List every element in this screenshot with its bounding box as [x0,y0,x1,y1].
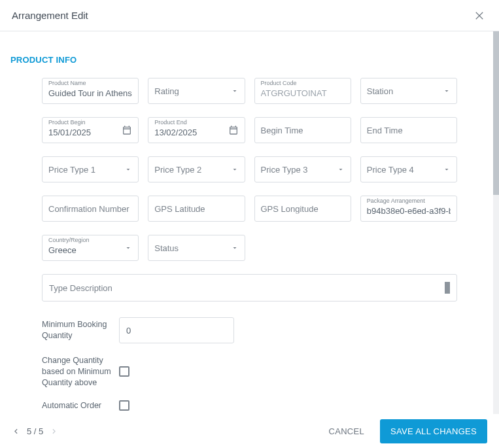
field-placeholder: Confirmation Number [48,204,129,214]
automatic-order-checkbox[interactable] [119,400,129,411]
option-label: Change Quantity based on Minimum Quantit… [42,355,119,388]
content: PRODUCT INFO Product Name Guided Tour in… [0,31,499,414]
dialog-body: PRODUCT INFO Product Name Guided Tour in… [0,31,499,414]
product-code-field: Product Code ATGRGUTOINAT [254,78,351,104]
field-placeholder: End Time [367,126,403,135]
min-booking-qty-row: Minimum Booking Quantity [42,317,457,343]
field-value: b94b38e0-e6ed-a3f9-bbee- [367,206,451,216]
field-value: Greece [48,245,77,255]
chevron-down-icon [231,87,239,95]
option-label: Minimum Booking Quantity [42,319,119,341]
gps-latitude-field[interactable]: GPS Latitude [148,196,245,222]
type-description-field[interactable]: Type Description [42,274,457,302]
dialog-footer: 5 / 5 CANCEL SAVE ALL CHANGES [0,414,499,448]
field-placeholder: Begin Time [261,126,303,135]
field-value: 15/01/2025 [48,128,91,137]
record-stepper: 5 / 5 [12,426,58,436]
step-total: 5 [39,426,43,436]
cancel-button[interactable]: CANCEL [324,421,368,441]
field-label: Product Begin [48,117,86,127]
chevron-down-icon [231,165,239,173]
options-section: Minimum Booking Quantity Change Quantity… [42,317,457,414]
chevron-down-icon [443,87,451,95]
change-qty-checkbox[interactable] [119,366,129,377]
chevron-down-icon [231,244,239,252]
automatic-order-row: Automatic Order [42,400,457,411]
field-label: Package Arrangement [367,196,425,205]
field-label: Product Code [261,78,297,88]
field-placeholder: GPS Latitude [154,204,205,214]
field-placeholder: Rating [154,86,179,96]
chevron-down-icon [124,244,132,252]
option-label: Automatic Order [42,400,119,411]
package-arrangement-field[interactable]: Package Arrangement b94b38e0-e6ed-a3f9-b… [360,196,457,222]
product-end-date[interactable]: Product End 13/02/2025 [148,117,245,143]
dialog-header: Arrangement Edit [0,0,499,31]
step-current: 5 [27,426,31,436]
close-button[interactable] [472,8,487,24]
close-icon [473,10,485,22]
chevron-down-icon [337,165,345,173]
begin-time-field[interactable]: Begin Time [254,117,351,143]
form-row: Product Name Guided Tour in Athens Ratin… [42,78,457,104]
field-placeholder: Price Type 2 [154,165,201,175]
vertical-scrollbar[interactable] [493,31,499,414]
status-select[interactable]: Status [148,235,245,261]
price-type-1-select[interactable]: Price Type 1 [42,156,139,182]
field-placeholder: Price Type 1 [48,165,95,175]
field-value: ATGRGUTOINAT [261,88,327,98]
form-row: Confirmation Number GPS Latitude GPS Lon… [42,196,457,222]
field-placeholder: Type Description [49,283,112,293]
min-booking-qty-input[interactable] [119,317,234,343]
field-value: 13/02/2025 [154,128,197,137]
stepper-counter: 5 / 5 [27,426,43,436]
rating-select[interactable]: Rating [148,78,245,104]
country-region-select[interactable]: Country/Region Greece [42,235,139,261]
price-type-4-select[interactable]: Price Type 4 [360,156,457,182]
price-type-2-select[interactable]: Price Type 2 [148,156,245,182]
stepper-prev[interactable] [12,427,20,436]
stepper-next[interactable] [50,427,58,436]
footer-actions: CANCEL SAVE ALL CHANGES [324,419,487,443]
chevron-down-icon [443,165,451,173]
arrangement-edit-dialog: Arrangement Edit PRODUCT INFO Product Na… [0,0,499,448]
form-row: Country/Region Greece Status [42,235,457,261]
drag-handle-icon[interactable] [445,282,450,294]
calendar-icon [228,125,239,135]
form-row: Price Type 1 Price Type 2 Price Type 3 P… [42,156,457,182]
price-type-3-select[interactable]: Price Type 3 [254,156,351,182]
field-label: Product End [154,117,187,127]
chevron-right-icon [50,427,58,436]
form-area: Product Name Guided Tour in Athens Ratin… [10,65,499,414]
station-select[interactable]: Station [360,78,457,104]
product-name-field[interactable]: Product Name Guided Tour in Athens [42,78,139,104]
confirmation-number-field[interactable]: Confirmation Number [42,196,139,222]
field-placeholder: Price Type 3 [261,165,308,175]
form-row: Product Begin 15/01/2025 Product End 13/… [42,117,457,143]
field-label: Product Name [48,78,86,88]
chevron-down-icon [124,165,132,173]
dialog-title: Arrangement Edit [12,10,88,21]
field-placeholder: Status [154,243,179,253]
chevron-left-icon [12,427,20,436]
scrollbar-thumb[interactable] [493,31,499,195]
end-time-field[interactable]: End Time [360,117,457,143]
product-begin-date[interactable]: Product Begin 15/01/2025 [42,117,139,143]
section-title-product-info: PRODUCT INFO [10,55,499,65]
gps-longitude-field[interactable]: GPS Longitude [254,196,351,222]
field-placeholder: GPS Longitude [261,204,318,214]
change-qty-row: Change Quantity based on Minimum Quantit… [42,355,457,388]
save-all-changes-button[interactable]: SAVE ALL CHANGES [380,419,487,443]
field-value: Guided Tour in Athens [48,88,132,98]
field-placeholder: Station [367,86,393,96]
field-placeholder: Price Type 4 [367,165,414,175]
field-label: Country/Region [48,235,90,245]
calendar-icon [122,125,132,135]
